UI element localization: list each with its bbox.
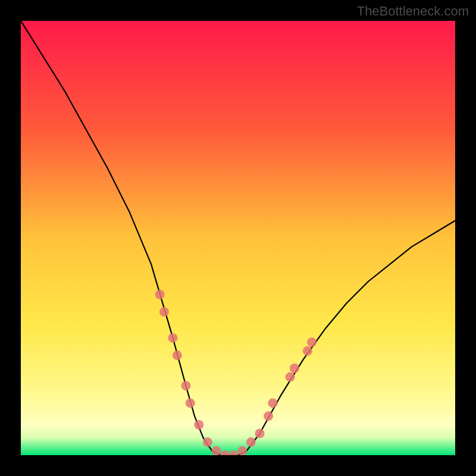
highlight-marker	[168, 333, 178, 343]
highlight-marker	[307, 337, 317, 347]
highlight-marker	[194, 420, 203, 430]
highlight-marker	[255, 429, 265, 439]
highlight-marker	[246, 437, 256, 447]
highlight-marker	[286, 372, 295, 382]
highlight-marker	[264, 411, 273, 421]
highlight-marker	[159, 307, 169, 317]
highlight-marker	[181, 381, 190, 390]
highlight-marker	[212, 446, 221, 455]
highlight-marker	[303, 346, 312, 356]
highlight-marker	[268, 398, 277, 408]
gradient-background	[21, 21, 455, 455]
highlight-marker	[173, 350, 182, 360]
watermark-text: TheBottleneck.com	[357, 4, 469, 19]
chart-svg	[21, 21, 455, 455]
highlight-marker	[155, 290, 165, 299]
highlight-marker	[203, 437, 212, 447]
chart-area	[21, 21, 455, 455]
highlight-marker	[186, 398, 195, 408]
highlight-marker	[290, 364, 299, 373]
highlight-marker	[237, 446, 247, 455]
